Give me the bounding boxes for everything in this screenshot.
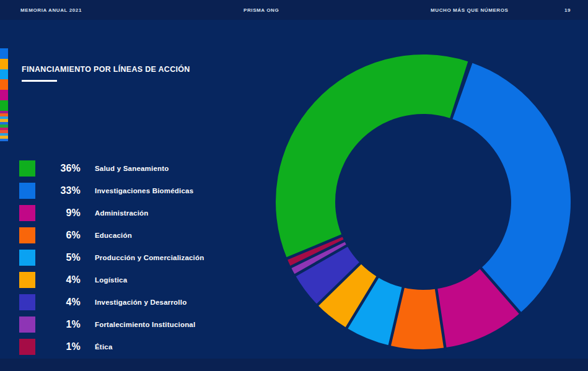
donut-chart — [0, 0, 588, 371]
donut-segment-investigaciones-biom-dicas — [452, 63, 571, 313]
donut-segment-salud-y-saneamiento — [276, 55, 468, 258]
report-page: MEMORIA ANUAL 2021 PRISMA ONG MUCHO MÁS … — [0, 0, 588, 371]
footer-bar — [0, 359, 588, 371]
